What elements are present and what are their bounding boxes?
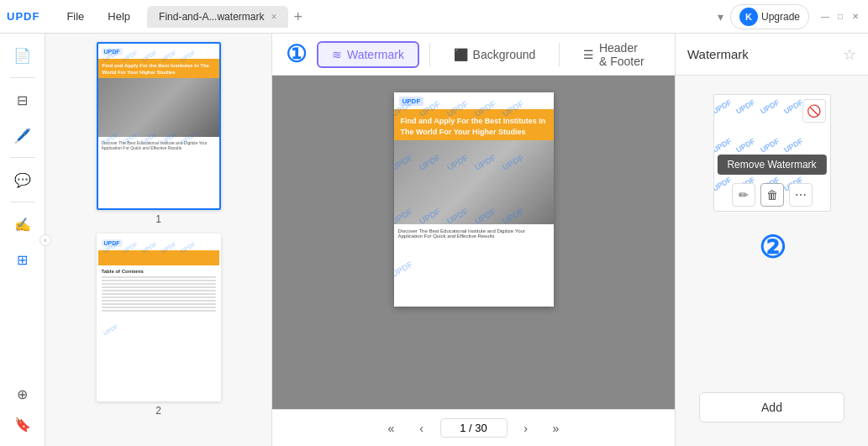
thumb-page-2[interactable]: UPDF Table of Contents: [97, 233, 221, 401]
watermark-preview-container: UPDFUPDF UPDFUPDF UPDFUPDF UPDFUPDF UPDF…: [713, 94, 831, 212]
maximize-button[interactable]: □: [834, 11, 846, 23]
header-footer-tab-icon: ☰: [583, 48, 594, 61]
thumb-number-2: 2: [155, 405, 161, 417]
remove-watermark-tooltip: Remove Watermark: [717, 155, 826, 175]
doc-updf-logo: UPDF: [399, 97, 424, 106]
page-number-input[interactable]: [440, 418, 508, 438]
favorite-button[interactable]: ☆: [843, 45, 856, 64]
edit-icon: ✏: [739, 188, 749, 202]
menu-help[interactable]: Help: [97, 7, 140, 26]
next-page-button[interactable]: ›: [514, 417, 538, 440]
document-icon: 📄: [13, 47, 31, 65]
close-icon[interactable]: ×: [271, 11, 276, 23]
sidebar-item-edit[interactable]: 🖊️: [8, 120, 38, 150]
sidebar-divider-1: [10, 77, 35, 78]
right-panel-header: Watermark ☆: [676, 34, 868, 76]
tab-header-footer[interactable]: ☰ Header & Footer: [570, 36, 661, 73]
thumb-toc-title: Table of Contents: [102, 269, 216, 274]
document-viewer: UPDF Find and Apply For the Best Institu…: [272, 76, 675, 409]
app-logo: UPDF: [7, 10, 39, 23]
more-watermark-button[interactable]: ⋯: [789, 183, 813, 207]
background-tab-icon: ⬛: [454, 48, 468, 61]
sidebar-item-watermark[interactable]: ⊞: [8, 244, 38, 275]
toc-line-4: [102, 286, 216, 288]
add-button[interactable]: Add: [699, 392, 844, 422]
last-page-button[interactable]: »: [544, 417, 568, 440]
thumbnail-1[interactable]: UPDF Find and Apply For the Best Institu…: [54, 42, 263, 225]
minimize-button[interactable]: —: [819, 11, 831, 23]
doc-yellow-banner: Find and Apply For the Best Institutes I…: [394, 109, 554, 140]
thumb-banner-2: [98, 250, 219, 265]
new-tab-button[interactable]: +: [293, 9, 302, 24]
sidebar-item-sign[interactable]: ✍️: [8, 209, 38, 239]
delete-watermark-button[interactable]: 🗑: [760, 183, 784, 207]
close-button[interactable]: ✕: [850, 11, 861, 23]
tab-watermark[interactable]: ≋ Watermark: [317, 41, 419, 68]
upgrade-label: Upgrade: [761, 11, 800, 23]
tab-bar: Find-and-A...watermark × +: [147, 6, 718, 28]
title-bar: UPDF File Help Find-and-A...watermark × …: [0, 0, 868, 34]
menu-file[interactable]: File: [56, 7, 94, 26]
upgrade-button[interactable]: K Upgrade: [730, 4, 809, 29]
toc-line-6: [102, 293, 216, 295]
toc-line-3: [102, 283, 216, 285]
sidebar-bottom: ⊕ 🔖: [8, 379, 38, 439]
doc-image-area: [394, 140, 554, 224]
thumbnail-2[interactable]: UPDF Table of Contents: [54, 233, 263, 417]
thumb-header-1: UPDF: [98, 44, 219, 59]
document-page: UPDF Find and Apply For the Best Institu…: [394, 92, 554, 307]
right-panel-title: Watermark: [687, 47, 749, 61]
sidebar-item-bookmark[interactable]: 🔖: [8, 409, 38, 439]
menu-bar: File Help: [56, 7, 140, 26]
toc-line-9: [102, 303, 216, 305]
right-panel-content: UPDFUPDF UPDFUPDF UPDFUPDF UPDFUPDF UPDF…: [676, 76, 868, 392]
document-tab[interactable]: Find-and-A...watermark ×: [147, 6, 288, 28]
toc-line-11: [102, 310, 216, 312]
bookmark-icon: 🔖: [14, 417, 31, 433]
thumb-updf-logo-1: UPDF: [102, 48, 123, 55]
tab-background[interactable]: ⬛ Background: [440, 43, 550, 66]
doc-header-bar: UPDF: [394, 92, 554, 109]
sidebar-item-organize[interactable]: ⊟: [8, 85, 38, 115]
stamp-icon: 🖊️: [14, 128, 31, 144]
toolbar: ① ≋ Watermark ⬛ Background ☰ Header & Fo…: [272, 34, 675, 76]
thumb-page-inner-1: UPDF Find and Apply For the Best Institu…: [98, 44, 219, 208]
watermark-tab-label: Watermark: [347, 48, 404, 61]
background-tab-label: Background: [473, 48, 536, 61]
organize-icon: ⊟: [17, 92, 28, 108]
doc-main-title: Find and Apply For the Best Institutes I…: [401, 116, 547, 137]
toc-line-7: [102, 296, 216, 298]
page-navigation: « ‹ › »: [272, 409, 675, 446]
thumbnails-panel: UPDF Find and Apply For the Best Institu…: [45, 34, 272, 446]
icon-sidebar: 📄 ⊟ 🖊️ 💬 ✍️ ⊞ ⊕ 🔖 ‹: [0, 34, 45, 446]
tab-dropdown-icon[interactable]: ▾: [718, 10, 723, 24]
toc-line-8: [102, 300, 216, 302]
sidebar-item-layers[interactable]: ⊕: [8, 379, 38, 409]
sidebar-item-document[interactable]: 📄: [8, 40, 38, 71]
sidebar-item-comment[interactable]: 💬: [8, 165, 38, 195]
thumb-image-1: [98, 78, 219, 137]
sidebar-collapse-button[interactable]: ‹: [39, 234, 51, 246]
thumb-desc-1: Discover The Best Educational Institute …: [98, 137, 219, 154]
window-controls: — □ ✕: [819, 11, 861, 23]
thumb-page-inner-2: UPDF Table of Contents: [98, 235, 219, 400]
thumb-updf-logo-2: UPDF: [102, 239, 123, 247]
thumb-page-1[interactable]: UPDF Find and Apply For the Best Institu…: [97, 42, 221, 210]
toc-line-1: [102, 276, 216, 278]
edit-watermark-button[interactable]: ✏: [732, 183, 755, 207]
user-avatar: K: [739, 8, 758, 26]
eye-slash-icon: 🚫: [807, 104, 821, 118]
toolbar-divider-2: [559, 43, 560, 66]
content-area: ① ≋ Watermark ⬛ Background ☰ Header & Fo…: [272, 34, 675, 446]
prev-page-button[interactable]: ‹: [410, 417, 434, 440]
layers-icon: ⊕: [17, 386, 28, 402]
thumb-header-2: UPDF: [98, 235, 219, 250]
sign-icon: ✍️: [14, 217, 31, 233]
watermark-tab-icon: ≋: [332, 48, 342, 61]
thumb-toc-2: Table of Contents: [98, 265, 219, 317]
comment-icon: 💬: [14, 172, 31, 188]
step-number-right: ②: [759, 230, 786, 265]
hide-watermark-button[interactable]: 🚫: [802, 99, 826, 123]
thumb-number-1: 1: [155, 213, 161, 225]
first-page-button[interactable]: «: [380, 417, 403, 440]
